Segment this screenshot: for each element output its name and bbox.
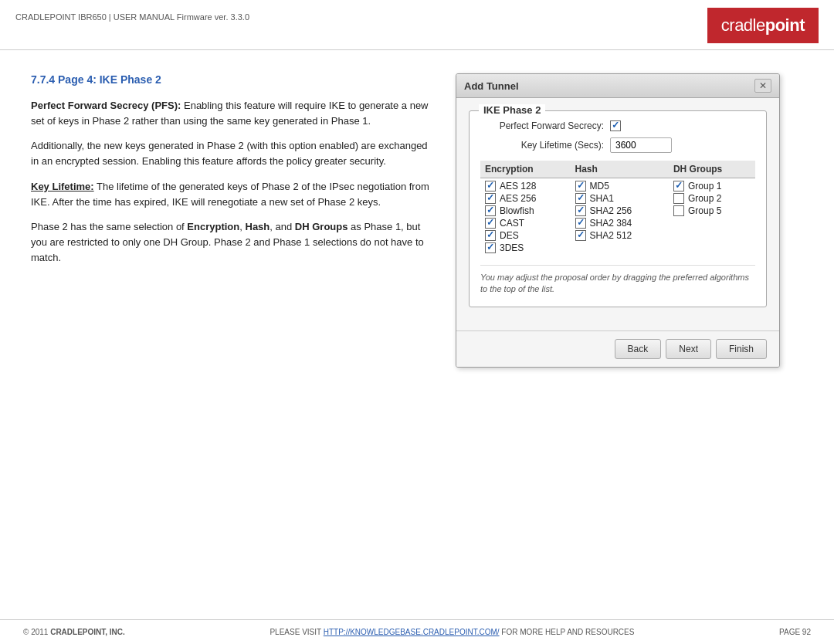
hash-col: MD5 SHA1 SHA2 256 (571, 178, 669, 258)
enc-des: DES (485, 230, 566, 241)
enc-aes256-checkbox[interactable] (485, 193, 496, 204)
logo-part1: cradle (721, 15, 765, 35)
dialog-title: Add Tunnel (464, 80, 519, 92)
paragraph-1: Perfect Forward Secrecy (PFS): Enabling … (31, 98, 432, 129)
dialog-titlebar: Add Tunnel ✕ (456, 74, 779, 98)
next-button[interactable]: Next (666, 339, 711, 359)
enc-blowfish-label: Blowfish (500, 205, 534, 216)
group-box-legend: IKE Phase 2 (479, 104, 545, 116)
col-encryption: Encryption (480, 161, 571, 178)
footer-visit-text2: FOR MORE HELP AND RESOURCES (501, 628, 634, 636)
dh-group1-label: Group 1 (688, 181, 721, 192)
paragraph-4: Phase 2 has the same selection of Encryp… (31, 219, 432, 266)
enc-3des: 3DES (485, 242, 566, 253)
dh-group2-checkbox[interactable] (673, 193, 684, 204)
logo-part2: point (765, 15, 805, 35)
enc-cast-checkbox[interactable] (485, 218, 496, 229)
hash-sha2-512-checkbox[interactable] (575, 230, 586, 241)
hash-md5-label: MD5 (590, 181, 609, 192)
footer-page: PAGE 92 (779, 628, 811, 636)
pfs-row: Perfect Forward Secrecy: (480, 120, 755, 131)
finish-button[interactable]: Finish (716, 339, 767, 359)
hash-sha1-checkbox[interactable] (575, 193, 586, 204)
footer-visit-text: PLEASE VISIT (270, 628, 323, 636)
enc-3des-checkbox[interactable] (485, 242, 496, 253)
options-table: Encryption Hash DH Groups AES 128 (480, 161, 755, 257)
hash-sha2-384-checkbox[interactable] (575, 218, 586, 229)
dialog-column: Add Tunnel ✕ IKE Phase 2 Perfect Forward… (456, 73, 780, 368)
enc-blowfish-checkbox[interactable] (485, 205, 496, 216)
dh-group5-checkbox[interactable] (673, 205, 684, 216)
dialog-body: IKE Phase 2 Perfect Forward Secrecy: Key… (456, 98, 779, 330)
doc-title: CRADLEPOINT IBR650 | USER MANUAL Firmwar… (15, 8, 249, 22)
paragraph-3: Key Lifetime: The lifetime of the genera… (31, 179, 432, 210)
hash-sha1: SHA1 (575, 193, 664, 204)
hash-sha2-256-checkbox[interactable] (575, 205, 586, 216)
logo-text: cradlepoint (721, 15, 805, 36)
paragraph-2: Additionally, the new keys generated in … (31, 138, 432, 169)
col-dhgroups: DH Groups (669, 161, 755, 178)
hash-sha1-label: SHA1 (590, 193, 614, 204)
hash-md5: MD5 (575, 181, 664, 192)
page-footer: © 2011 CRADLEPOINT, INC. PLEASE VISIT HT… (0, 619, 834, 644)
key-lifetime-form-label: Key Lifetime (Secs): (480, 140, 604, 151)
dh-group1: Group 1 (673, 181, 751, 192)
dialog-close-button[interactable]: ✕ (754, 79, 771, 93)
hash-sha2-384-label: SHA2 384 (590, 218, 632, 229)
text-column: 7.7.4 Page 4: IKE Phase 2 Perfect Forwar… (31, 73, 432, 368)
hash-sha2-256: SHA2 256 (575, 205, 664, 216)
enc-aes128-label: AES 128 (500, 181, 536, 192)
dh-group1-checkbox[interactable] (673, 181, 684, 192)
pfs-label-bold: Perfect Forward Secrecy (PFS): (31, 100, 181, 111)
back-button[interactable]: Back (615, 339, 662, 359)
enc-blowfish: Blowfish (485, 205, 566, 216)
dh-group2: Group 2 (673, 193, 751, 204)
hash-sha2-384: SHA2 384 (575, 218, 664, 229)
footer-center: PLEASE VISIT HTTP://KNOWLEDGEBASE.CRADLE… (270, 628, 634, 636)
dialog-footer: Back Next Finish (456, 330, 779, 367)
col-hash: Hash (571, 161, 669, 178)
add-tunnel-dialog: Add Tunnel ✕ IKE Phase 2 Perfect Forward… (456, 73, 780, 368)
dh-group5-label: Group 5 (688, 205, 721, 216)
enc-col: AES 128 AES 256 Blowfish (480, 178, 571, 258)
footer-url[interactable]: HTTP://KNOWLEDGEBASE.CRADLEPOINT.COM/ (324, 628, 500, 636)
enc-3des-label: 3DES (500, 242, 524, 253)
key-lifetime-row: Key Lifetime (Secs): (480, 137, 755, 153)
hash-sha2-512-label: SHA2 512 (590, 230, 632, 241)
key-lifetime-input[interactable] (610, 137, 672, 153)
hash-sha2-512: SHA2 512 (575, 230, 664, 241)
enc-aes256-label: AES 256 (500, 193, 536, 204)
hash-sha2-256-label: SHA2 256 (590, 205, 632, 216)
footer-copyright: © 2011 CRADLEPOINT, INC. (23, 628, 125, 636)
dh-group2-label: Group 2 (688, 193, 721, 204)
enc-aes128-checkbox[interactable] (485, 181, 496, 192)
enc-des-label: DES (500, 230, 519, 241)
section-title: 7.7.4 Page 4: IKE Phase 2 (31, 73, 432, 86)
table-row: AES 128 AES 256 Blowfish (480, 178, 755, 258)
enc-cast: CAST (485, 218, 566, 229)
key-lifetime-label-bold: Key Lifetime: (31, 181, 94, 192)
enc-aes128: AES 128 (485, 181, 566, 192)
enc-cast-label: CAST (500, 218, 524, 229)
pfs-checkbox[interactable] (610, 120, 621, 131)
main-content: 7.7.4 Page 4: IKE Phase 2 Perfect Forwar… (0, 50, 834, 383)
logo: cradlepoint (707, 8, 819, 43)
drag-hint: You may adjust the proposal order by dra… (480, 265, 755, 296)
enc-aes256: AES 256 (485, 193, 566, 204)
dh-group5: Group 5 (673, 205, 751, 216)
page-header: CRADLEPOINT IBR650 | USER MANUAL Firmwar… (0, 0, 834, 50)
pfs-form-label: Perfect Forward Secrecy: (480, 120, 604, 131)
dh-col: Group 1 Group 2 Group 5 (669, 178, 755, 258)
ike-phase2-group: IKE Phase 2 Perfect Forward Secrecy: Key… (469, 110, 767, 307)
hash-md5-checkbox[interactable] (575, 181, 586, 192)
enc-des-checkbox[interactable] (485, 230, 496, 241)
